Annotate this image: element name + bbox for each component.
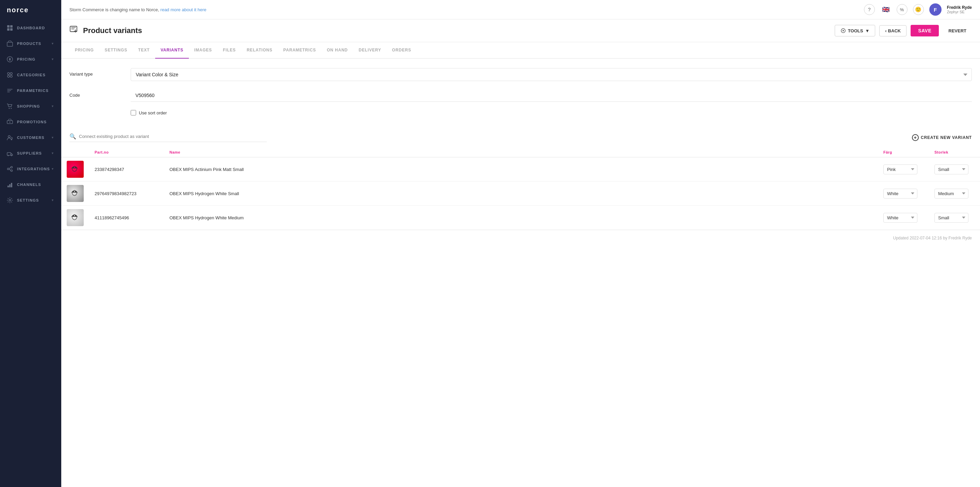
search-input[interactable] bbox=[79, 134, 267, 139]
color-select[interactable]: Pink White bbox=[883, 213, 917, 223]
tab-files[interactable]: FILES bbox=[218, 42, 241, 59]
sidebar-item-parametrics[interactable]: PARAMETRICS bbox=[0, 83, 61, 98]
sidebar: norce DASHBOARD PRODUCTS bbox=[0, 0, 61, 487]
svg-point-18 bbox=[8, 168, 9, 170]
tab-text[interactable]: TEXT bbox=[133, 42, 155, 59]
code-input[interactable] bbox=[130, 89, 972, 102]
sidebar-item-label: CATEGORIES bbox=[17, 73, 46, 77]
sidebar-item-suppliers[interactable]: SUPPLIERS ▼ bbox=[0, 145, 61, 161]
sidebar-item-label: SUPPLIERS bbox=[17, 151, 42, 155]
topbar: Storm Commerce is changing name to Norce… bbox=[61, 0, 980, 19]
user-sub: Zephyr SE bbox=[947, 10, 972, 14]
svg-rect-23 bbox=[11, 183, 12, 187]
sidebar-item-settings[interactable]: SETTINGS ▼ bbox=[0, 192, 61, 208]
sidebar-item-pricing[interactable]: PRICING ▼ bbox=[0, 51, 61, 67]
variant-type-select[interactable]: Variant Color & Size bbox=[130, 68, 972, 81]
updated-text: Updated 2022-07-04 12:16 by Fredrik Ryde bbox=[893, 236, 972, 240]
topbar-actions: ? 🇬🇧 % 🙂 F Fredrik Ryde Zephyr SE bbox=[864, 3, 972, 16]
row-partno-cell: 29764979834982723 bbox=[89, 182, 164, 206]
svg-point-8 bbox=[8, 75, 10, 77]
sort-order-checkbox-row: Use sort order bbox=[130, 110, 972, 115]
svg-point-9 bbox=[10, 75, 12, 77]
row-size-cell: Small Medium bbox=[929, 182, 980, 206]
back-button[interactable]: ‹ BACK bbox=[879, 25, 907, 37]
pricing-icon bbox=[7, 56, 13, 62]
sort-order-label: Use sort order bbox=[139, 110, 167, 115]
revert-button[interactable]: REVERT bbox=[943, 26, 972, 36]
code-row: Code bbox=[69, 89, 972, 102]
svg-point-27 bbox=[843, 30, 844, 31]
sidebar-item-categories[interactable]: CATEGORIES bbox=[0, 67, 61, 83]
tab-on-hand[interactable]: ON HAND bbox=[321, 42, 353, 59]
customers-icon bbox=[7, 134, 13, 141]
tools-button[interactable]: TOOLS ▼ bbox=[835, 25, 875, 37]
col-farg: Färg bbox=[878, 147, 929, 157]
row-partno-cell: 233874298347 bbox=[89, 157, 164, 182]
svg-point-16 bbox=[8, 155, 9, 156]
svg-rect-2 bbox=[7, 28, 10, 30]
size-select[interactable]: Small Medium bbox=[934, 164, 969, 174]
plus-circle-icon: + bbox=[912, 134, 919, 141]
sidebar-nav: DASHBOARD PRODUCTS ▼ PRICING bbox=[0, 20, 61, 487]
code-control bbox=[130, 89, 972, 102]
tab-pricing[interactable]: PRICING bbox=[69, 42, 99, 59]
variant-thumbnail: ⛑ bbox=[67, 185, 84, 202]
help-button[interactable]: ? bbox=[864, 4, 875, 15]
svg-point-19 bbox=[11, 166, 13, 168]
avatar-icon-btn[interactable]: 🙂 bbox=[913, 4, 924, 15]
tab-relations[interactable]: RELATIONS bbox=[241, 42, 278, 59]
language-flag[interactable]: 🇬🇧 bbox=[880, 4, 891, 15]
sort-order-checkbox[interactable] bbox=[130, 110, 136, 115]
variant-name: OBEX MIPS Hydrogen White Small bbox=[169, 191, 239, 196]
tab-variants[interactable]: VARIANTS bbox=[155, 42, 189, 59]
percent-icon-btn[interactable]: % bbox=[897, 4, 907, 15]
variants-table: Part.no Name Färg Storlek ⛑ 233874298347 bbox=[61, 147, 980, 230]
sidebar-item-promotions[interactable]: PROMOTIONS bbox=[0, 114, 61, 130]
sidebar-item-channels[interactable]: CHANNELS bbox=[0, 177, 61, 192]
create-variant-button[interactable]: + CREATE NEW VARIANT bbox=[912, 134, 972, 141]
app-name: norce bbox=[7, 6, 29, 14]
sidebar-item-label: PRICING bbox=[17, 57, 35, 61]
sidebar-item-label: SETTINGS bbox=[17, 198, 39, 202]
banner-link[interactable]: read more about it here bbox=[160, 7, 206, 12]
page-footer: Updated 2022-07-04 12:16 by Fredrik Ryde bbox=[61, 230, 980, 246]
svg-rect-21 bbox=[8, 185, 9, 187]
tab-bar: PRICING SETTINGS TEXT VARIANTS IMAGES FI… bbox=[61, 42, 980, 59]
sidebar-logo[interactable]: norce bbox=[0, 0, 61, 20]
tab-parametrics[interactable]: PARAMETRICS bbox=[278, 42, 321, 59]
color-select[interactable]: Pink White bbox=[883, 164, 917, 174]
page-title-icon bbox=[69, 25, 79, 37]
size-select[interactable]: Small Medium bbox=[934, 213, 969, 223]
page-title-area: Product variants bbox=[69, 25, 142, 37]
svg-rect-4 bbox=[7, 42, 13, 46]
tab-images[interactable]: IMAGES bbox=[189, 42, 218, 59]
form-area: Variant type Variant Color & Size Code bbox=[61, 59, 980, 133]
size-select[interactable]: Small Medium bbox=[934, 189, 969, 198]
content-inner: PRICING SETTINGS TEXT VARIANTS IMAGES FI… bbox=[61, 42, 980, 487]
variant-thumbnail: ⛑ bbox=[67, 161, 84, 178]
chevron-down-icon: ▼ bbox=[51, 136, 54, 139]
svg-rect-0 bbox=[7, 25, 10, 27]
sidebar-item-integrations[interactable]: INTEGRATIONS ▼ bbox=[0, 161, 61, 177]
row-thumb-cell: ⛑ bbox=[61, 206, 89, 230]
save-button[interactable]: SAVE bbox=[911, 25, 939, 37]
channels-icon bbox=[7, 182, 13, 188]
tab-settings[interactable]: SETTINGS bbox=[99, 42, 133, 59]
sidebar-item-dashboard[interactable]: DASHBOARD bbox=[0, 20, 61, 36]
row-color-cell: Pink White bbox=[878, 206, 929, 230]
page-actions: TOOLS ▼ ‹ BACK SAVE REVERT bbox=[835, 25, 972, 37]
svg-point-24 bbox=[9, 200, 11, 201]
col-name: Name bbox=[164, 147, 878, 157]
content-area: PRICING SETTINGS TEXT VARIANTS IMAGES FI… bbox=[61, 42, 980, 487]
color-select[interactable]: Pink White bbox=[883, 189, 917, 198]
sidebar-item-products[interactable]: PRODUCTS ▼ bbox=[0, 36, 61, 51]
dashboard-icon bbox=[7, 25, 13, 31]
sidebar-item-customers[interactable]: CUSTOMERS ▼ bbox=[0, 130, 61, 145]
user-info: Fredrik Ryde Zephyr SE bbox=[947, 5, 972, 14]
tab-delivery[interactable]: DELIVERY bbox=[353, 42, 387, 59]
sidebar-item-shopping[interactable]: SHOPPING ▼ bbox=[0, 98, 61, 114]
variants-toolbar: 🔍 + CREATE NEW VARIANT bbox=[61, 133, 980, 147]
search-wrap: 🔍 bbox=[69, 133, 267, 142]
user-avatar[interactable]: F bbox=[929, 3, 942, 16]
tab-orders[interactable]: ORDERS bbox=[387, 42, 417, 59]
